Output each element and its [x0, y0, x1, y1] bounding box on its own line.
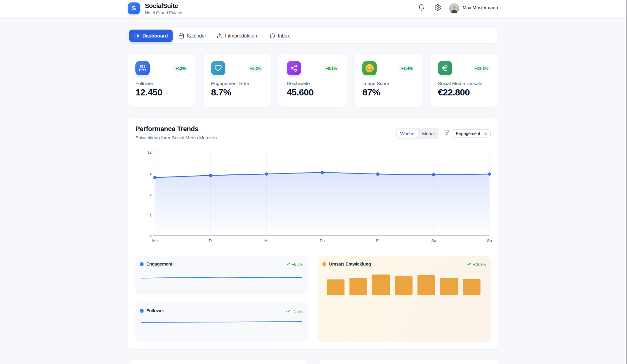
svg-text:Do: Do [320, 238, 325, 243]
svg-text:0: 0 [149, 235, 152, 239]
svg-text:12: 12 [148, 150, 152, 155]
svg-text:Fr: Fr [376, 238, 380, 243]
svg-text:Di: Di [209, 238, 213, 243]
svg-text:3: 3 [149, 214, 152, 218]
svg-text:Sa: Sa [431, 238, 436, 243]
svg-text:9: 9 [149, 171, 152, 176]
svg-text:So: So [487, 238, 492, 243]
svg-text:6: 6 [149, 192, 152, 197]
svg-text:Mo: Mo [152, 238, 158, 243]
svg-text:Mi: Mi [264, 238, 269, 243]
